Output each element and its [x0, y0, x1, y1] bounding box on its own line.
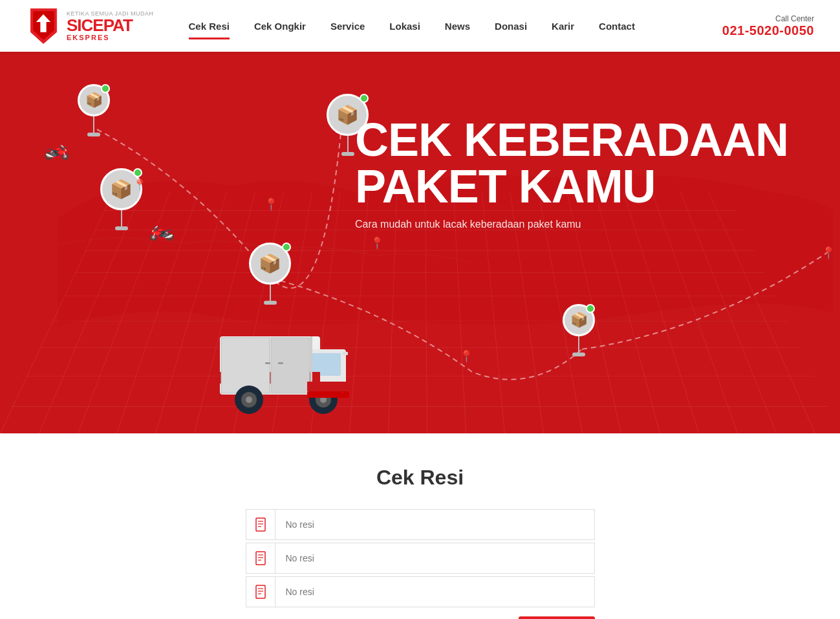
- nav-news[interactable]: News: [436, 16, 479, 37]
- svg-rect-9: [271, 338, 310, 393]
- delivery-truck: [207, 298, 362, 420]
- svg-rect-10: [265, 362, 270, 364]
- svg-rect-29: [256, 585, 265, 598]
- motorcycle-2: 🏍️: [149, 217, 175, 241]
- svg-rect-25: [256, 552, 265, 565]
- resi-icon-3: [246, 577, 275, 607]
- cek-resi-section: Cek Resi: [0, 433, 840, 619]
- logo-text: KETIKA SEMUA JADI MUDAH SICEPAT EKSPRES: [67, 10, 154, 41]
- svg-point-14: [246, 396, 252, 403]
- loc-pin-1: 📍: [133, 178, 147, 192]
- pkg-marker-1: 📦: [78, 84, 110, 136]
- logo-icon: [26, 5, 61, 47]
- resi-input-row-1: [246, 509, 595, 540]
- nav-contact[interactable]: Contact: [590, 16, 644, 37]
- main-nav: Cek Resi Cek Ongkir Service Lokasi News …: [180, 16, 711, 37]
- loc-pin-3: 📍: [459, 349, 473, 364]
- cek-resi-title: Cek Resi: [376, 466, 464, 490]
- lacak-button[interactable]: Lacak: [519, 616, 594, 619]
- svg-rect-21: [256, 518, 265, 531]
- resi-actions: + Tambah Resi Lacak: [246, 616, 595, 619]
- svg-rect-20: [343, 352, 348, 355]
- svg-rect-8: [221, 338, 270, 393]
- status-dot-2: [133, 168, 142, 177]
- resi-icon-2: [246, 543, 275, 573]
- nav-service[interactable]: Service: [321, 16, 374, 37]
- resi-input-row-3: [246, 576, 595, 607]
- status-dot-4: [282, 243, 291, 252]
- resi-icon-1: [246, 510, 275, 539]
- svg-rect-19: [307, 382, 349, 391]
- call-center-number: 021-5020-0050: [711, 23, 814, 38]
- status-dot-3: [360, 94, 369, 103]
- resi-input-row-2: [246, 543, 595, 574]
- resi-input-1[interactable]: [275, 510, 594, 539]
- nav-donasi[interactable]: Donasi: [486, 16, 536, 37]
- svg-rect-18: [307, 391, 349, 398]
- resi-input-2[interactable]: [275, 544, 594, 572]
- nav-karir[interactable]: Karir: [543, 16, 583, 37]
- resi-form: + Tambah Resi Lacak: [246, 509, 595, 619]
- hero-subtitle: Cara mudah untuk lacak keberadaan paket …: [355, 219, 788, 230]
- status-dot: [101, 84, 110, 93]
- loc-pin-2: 📍: [264, 197, 278, 212]
- call-center-label: Call Center: [711, 14, 814, 23]
- hero-content: CEK KEBERADAAN PAKET KAMU Cara mudah unt…: [355, 116, 788, 230]
- svg-rect-11: [278, 362, 283, 364]
- nav-cek-resi[interactable]: Cek Resi: [180, 16, 239, 37]
- status-dot-5: [586, 304, 595, 313]
- hero-section: 📦 🏍️ 📦 🏍️ 📦 📦: [0, 52, 840, 433]
- nav-cek-ongkir[interactable]: Cek Ongkir: [245, 16, 315, 37]
- hero-title-line2: PAKET KAMU: [355, 163, 788, 210]
- loc-pin-5: 📍: [821, 246, 835, 260]
- hero-title-line1: CEK KEBERADAAN: [355, 116, 788, 163]
- call-center: Call Center 021-5020-0050: [711, 14, 814, 38]
- pkg-marker-5: 📦: [563, 304, 595, 356]
- resi-input-3[interactable]: [275, 578, 594, 606]
- logo[interactable]: KETIKA SEMUA JADI MUDAH SICEPAT EKSPRES: [26, 5, 154, 47]
- motorcycle-1: 🏍️: [44, 136, 70, 160]
- pkg-marker-4: 📦: [249, 243, 291, 305]
- header: KETIKA SEMUA JADI MUDAH SICEPAT EKSPRES …: [0, 0, 840, 52]
- loc-pin-4: 📍: [370, 236, 384, 250]
- nav-lokasi[interactable]: Lokasi: [380, 16, 429, 37]
